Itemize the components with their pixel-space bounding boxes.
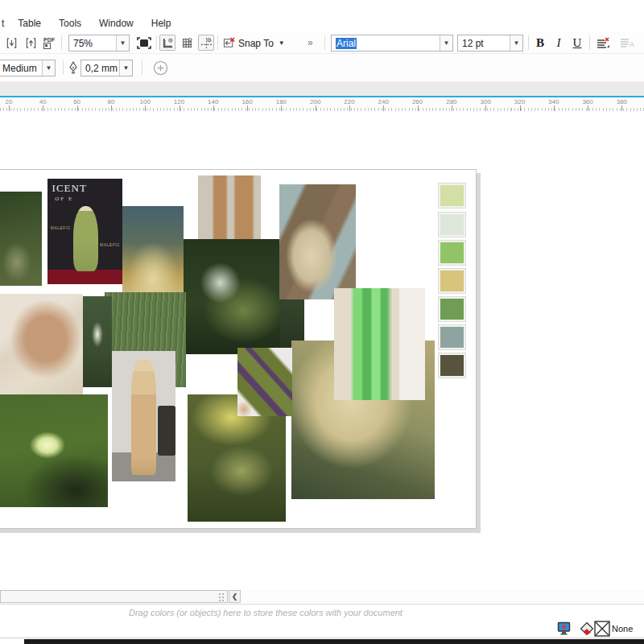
menu-item-window[interactable]: Window [90,15,142,31]
ruler-tick-label: 300 [481,98,491,105]
toolbar-overflow-button[interactable]: » [308,37,313,48]
moodboard-image-forest-statue[interactable] [0,192,42,286]
font-size-dropdown-arrow[interactable]: ▼ [510,35,522,51]
toolbar-separator [589,35,590,50]
moodboard-image-maleficent-premiere[interactable]: ICENT OF E MALEFIC MALEFIC [47,179,122,284]
ruler-major-tick [418,105,419,111]
toolbar-separator [528,35,529,50]
ruler-major-tick [485,105,486,111]
snap-off-button[interactable] [221,35,237,51]
ruler-tick-label: 240 [378,98,389,105]
moodboard-palette-swatch-5[interactable] [439,297,465,321]
moodboard-image-gold-sandals[interactable] [198,175,261,240]
ruler-tick-label: 320 [514,98,525,105]
outline-width-dropdown-arrow[interactable]: ▼ [119,60,132,76]
menu-item-help[interactable]: Help [142,15,180,31]
menu-item-tools[interactable]: Tools [50,15,90,31]
palette-scroll-left-button[interactable]: ❮ [229,590,241,603]
property-bar: Medium ▼ 0,2 mm ▼ [0,54,644,81]
publish-to-pdf-button[interactable]: PDF [41,35,57,51]
outline-status-value: None [612,624,633,634]
premiere-backdrop-text: ICENT [52,182,87,195]
text-alignment-button[interactable] [593,35,613,51]
horizontal-ruler[interactable]: 2040608010012014016018020022024026028030… [0,97,644,111]
premiere-brand-logo: MALEFIC [51,225,71,230]
outline-pen-icon [67,60,80,76]
status-bar: None [0,619,644,638]
horizontal-scrollbar-track[interactable] [242,590,644,603]
toolbar-separator [63,60,64,75]
moodboard-image-white-floral-back[interactable] [0,294,83,394]
snap-to-label: Snap To [238,38,274,49]
ruler-major-tick [520,105,521,111]
moodboard-image-willow-dancer[interactable] [83,296,112,387]
coreldraw-window: tTableToolsWindowHelp PDF 75% ▼ [0,0,644,644]
ruler-tick-label: 60 [73,98,80,105]
ruler-major-tick [349,105,350,111]
show-rulers-toggle[interactable] [159,35,175,51]
ruler-tick-label: 380 [617,98,627,105]
underline-button[interactable]: U [568,35,586,51]
moodboard-palette-swatch-1[interactable] [439,184,465,208]
toolbar-separator [61,35,62,50]
menu-bar: tTableToolsWindowHelp [0,14,644,32]
moodboard-palette-swatch-7[interactable] [439,353,465,378]
fill-color-indicator-icon[interactable] [580,621,594,639]
ruler-tick-label: 360 [582,98,592,105]
outline-width-combobox[interactable]: 0,2 mm ▼ [80,60,133,76]
ruler-tick-label: 280 [446,98,456,105]
toolbar-separator [142,60,142,75]
moodboard-image-fairy-wings-moss[interactable] [184,239,280,354]
palette-drag-grip[interactable] [218,592,225,601]
taskbar-edge [24,639,644,644]
ruler-tick-label: 20 [6,98,13,105]
moodboard-palette-swatch-2[interactable] [439,213,465,237]
font-family-value: Arial [336,38,357,49]
outline-style-dropdown-arrow[interactable]: ▼ [42,60,55,76]
outline-width-value: 0,2 mm [81,63,119,74]
ruler-major-tick [9,105,10,111]
toolbar-separator [217,35,218,50]
font-family-combobox[interactable]: Arial ▼ [331,35,453,52]
color-proof-monitor-icon[interactable] [557,621,571,638]
export-button[interactable] [23,35,39,51]
font-size-value: 12 pt [458,38,510,49]
drawing-canvas[interactable]: ICENT OF E MALEFIC MALEFIC [0,111,644,590]
menu-item-table[interactable]: Table [9,15,50,31]
ruler-tick-label: 160 [242,98,252,105]
moodboard-palette-swatch-4[interactable] [439,269,465,293]
italic-button[interactable]: I [551,35,567,51]
ruler-tick-label: 260 [412,98,423,105]
moodboard-image-beige-tulle-dress[interactable] [279,184,356,299]
zoom-dropdown-arrow[interactable]: ▼ [116,35,129,51]
moodboard-palette-swatch-3[interactable] [439,241,465,265]
moodboard-image-beige-outfit-person[interactable] [112,351,175,481]
import-button[interactable] [3,35,19,51]
menu-item-t[interactable]: t [0,15,9,31]
zoom-level-combobox[interactable]: 75% ▼ [68,35,130,52]
sofa-shape [158,406,175,456]
fullscreen-preview-button[interactable] [134,35,154,51]
document-palette-well[interactable] [0,590,228,603]
moodboard-image-forest-stream[interactable] [0,394,108,507]
show-grid-toggle[interactable] [179,35,195,51]
moodboard-palette-swatch-6[interactable] [439,325,465,349]
add-preset-button[interactable] [151,59,169,76]
green-gown-figure [73,206,99,271]
pdf-label: PDF [43,37,55,43]
snap-to-dropdown[interactable]: Snap To ▼ [238,35,285,52]
palette-drag-hint-text: Drag colors (or objects) here to store t… [129,608,402,617]
statusbar-separator [0,638,644,638]
font-family-dropdown-arrow[interactable]: ▼ [440,35,452,51]
outline-style-combobox[interactable]: Medium ▼ [0,60,56,76]
moodboard-image-green-ruffles[interactable] [334,288,425,400]
font-size-combobox[interactable]: 12 pt ▼ [457,35,523,52]
ruler-major-tick [316,105,316,111]
ruler-major-tick [554,105,555,111]
bold-button[interactable]: B [531,35,549,51]
toolbar-separator [324,35,325,50]
moodboard-image-arm-warmers[interactable] [237,348,292,416]
show-guidelines-toggle[interactable] [198,35,214,51]
ruler-major-tick [111,105,112,111]
zoom-level-value: 75% [69,38,116,49]
